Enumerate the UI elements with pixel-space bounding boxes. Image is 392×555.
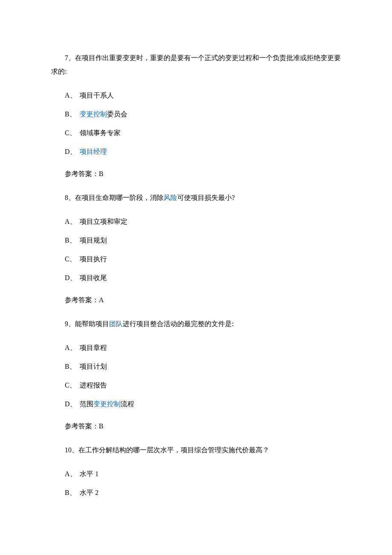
q9-text-before: 9、能帮助项目 bbox=[65, 320, 109, 327]
q10-text: 10、在工作分解结构的哪一层次水平，项目综合管理实施代价最高？ bbox=[51, 443, 341, 457]
option-letter: D、 bbox=[65, 273, 80, 283]
option-letter: B、 bbox=[65, 109, 80, 119]
option-text: 项目章程 bbox=[80, 344, 107, 351]
option-text: 范围 bbox=[80, 400, 93, 408]
q10-option-a: A、水平 1 bbox=[51, 469, 341, 479]
option-text: 项目干系人 bbox=[80, 92, 114, 99]
link-team[interactable]: 团队 bbox=[109, 320, 123, 327]
option-letter: A、 bbox=[65, 90, 80, 101]
option-letter: C、 bbox=[65, 128, 80, 138]
q7-option-c: C、领域事务专家 bbox=[51, 128, 341, 138]
link-change-control[interactable]: 变更控制 bbox=[80, 110, 107, 118]
q7-option-b: B、变更控制委员会 bbox=[51, 109, 341, 119]
option-letter: B、 bbox=[65, 361, 80, 372]
q9-text-after: 进行项目整合活动的最完整的文件是: bbox=[123, 320, 233, 327]
q9-text: 9、能帮助项目团队进行项目整合活动的最完整的文件是: bbox=[51, 317, 341, 331]
q8-text: 8、在项目生命期哪一阶段，消除风险可使项目损失最小? bbox=[51, 191, 341, 205]
option-text: 委员会 bbox=[107, 110, 127, 118]
q8-option-d: D、项目收尾 bbox=[51, 273, 341, 283]
q8-option-a: A、项目立项和审定 bbox=[51, 217, 341, 227]
link-risk[interactable]: 风险 bbox=[164, 194, 177, 201]
q7-text: 7、在项目作出重要变更时，重要的是要有一个正式的变更过程和一个负责批准或拒绝变更… bbox=[51, 51, 341, 78]
option-text: 项目规划 bbox=[80, 237, 107, 244]
q9-option-c: C、进程报告 bbox=[51, 380, 341, 390]
option-text: 领域事务专家 bbox=[80, 129, 121, 136]
q9-answer: 参考答案：B bbox=[51, 421, 341, 431]
q9-option-d: D、范围变更控制流程 bbox=[51, 399, 341, 409]
q8-text-before: 8、在项目生命期哪一阶段，消除 bbox=[65, 194, 164, 201]
option-text: 项目立项和审定 bbox=[80, 218, 127, 225]
option-text: 流程 bbox=[121, 400, 134, 408]
option-letter: B、 bbox=[65, 488, 80, 498]
q8-answer: 参考答案：A bbox=[51, 295, 341, 305]
option-letter: A、 bbox=[65, 217, 80, 227]
document-page: 7、在项目作出重要变更时，重要的是要有一个正式的变更过程和一个负责批准或拒绝变更… bbox=[0, 0, 392, 549]
option-text: 水平 1 bbox=[80, 470, 98, 477]
q10-option-b: B、水平 2 bbox=[51, 488, 341, 498]
q7-answer: 参考答案：B bbox=[51, 169, 341, 179]
q7-option-a: A、项目干系人 bbox=[51, 90, 341, 101]
option-letter: A、 bbox=[65, 469, 80, 479]
option-text: 项目收尾 bbox=[80, 274, 107, 281]
link-project-manager[interactable]: 项目经理 bbox=[80, 148, 107, 155]
link-change-control-2[interactable]: 变更控制 bbox=[93, 400, 121, 408]
q9-option-b: B、项目计划 bbox=[51, 361, 341, 372]
option-text: 水平 2 bbox=[80, 489, 98, 496]
q7-option-d: D、项目经理 bbox=[51, 147, 341, 157]
q9-option-a: A、项目章程 bbox=[51, 343, 341, 353]
option-letter: D、 bbox=[65, 399, 80, 409]
option-letter: A、 bbox=[65, 343, 80, 353]
option-text: 项目执行 bbox=[80, 255, 107, 263]
option-letter: C、 bbox=[65, 380, 80, 390]
option-letter: C、 bbox=[65, 254, 80, 264]
option-text: 进程报告 bbox=[80, 382, 107, 389]
q8-text-after: 可使项目损失最小? bbox=[177, 194, 235, 201]
q8-option-c: C、项目执行 bbox=[51, 254, 341, 264]
option-letter: B、 bbox=[65, 235, 80, 246]
option-text: 项目计划 bbox=[80, 363, 107, 370]
q8-option-b: B、项目规划 bbox=[51, 235, 341, 246]
option-letter: D、 bbox=[65, 147, 80, 157]
